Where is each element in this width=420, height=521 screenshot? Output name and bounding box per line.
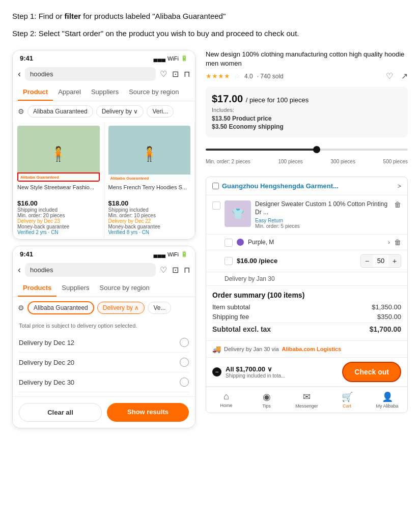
radio-2[interactable] [180,358,189,367]
camera-search-icon-2[interactable]: ⊡ [172,265,179,275]
alibaba-logistics-link[interactable]: Alibaba.com Logistics [282,346,342,352]
search-input-1[interactable]: hoodies [25,67,156,81]
search-icons-2: ♡ ⊡ ⊓ [160,265,190,275]
nav-cart[interactable]: 🛒 Cart [327,387,367,413]
delivery-note: Total price is subject to delivery optio… [19,323,189,329]
sold-count: · 740 sold [257,73,284,80]
heart-icon-1[interactable]: ♡ [160,69,167,79]
filter-alibaba-guaranteed-1[interactable]: Alibaba Guaranteed [27,105,93,118]
show-results-button[interactable]: Show results [107,403,189,422]
filters-1: ⚙ Alibaba Guaranteed Delivery by ∨ Veri.… [13,101,195,122]
product-shipping-1: Shipping included [17,207,100,213]
delivery-option-1[interactable]: Delivery by Dec 12 [19,333,189,353]
quantity-slider[interactable]: Min. order: 2 pieces 100 pieces 300 piec… [206,142,408,169]
order-summary-title: Order summary (100 items) [212,291,401,299]
tab-products-2[interactable]: Products [18,280,57,297]
product-detail-title: New design 100% clothing manufacturing c… [206,50,408,68]
quantity-row: $16.00 /piece − 50 + [206,250,407,272]
heart-icon-detail[interactable]: ♡ [386,71,393,81]
slider-thumb[interactable] [313,146,320,153]
tab-product[interactable]: Product [18,84,53,101]
left-column: 9:41 ▄▄▄ WiFi 🔋 ‹ hoodies ♡ ⊡ ⊓ Pro [12,50,195,428]
shipping-included-note: Shipping included in tota... [226,373,338,379]
filter-icon-2[interactable]: ⚙ [18,304,24,312]
product-card-2[interactable]: 🧍 Alibaba Guaranteed Mens French Terry H… [104,122,195,239]
filter-icon-1[interactable]: ⚙ [18,107,24,115]
heart-icon-2[interactable]: ♡ [160,265,167,275]
qty-checkbox[interactable] [225,257,233,265]
supplier-header[interactable]: Guangzhou Hengshengda Garment... > [206,177,407,195]
filter-alibaba-guaranteed-2[interactable]: Alibaba Guaranteed [27,301,94,314]
back-arrow-2[interactable]: ‹ [18,265,21,275]
share-icon-detail[interactable]: ↗ [401,71,408,81]
messenger-icon: ✉ [303,391,311,402]
product-moq-1: Min. order: 20 pieces [17,213,100,218]
qty-increase-button[interactable]: + [388,255,401,267]
product-moneyback-2: Money-back guarantee [108,224,191,229]
half-star-icon: ☆ [234,72,240,80]
tab-source-region-2[interactable]: Source by region [95,280,155,297]
delivery-option-2[interactable]: Delivery by Dec 20 [19,353,189,372]
delivery-notice-text: Delivery by Jan 30 via [224,346,279,352]
checkout-dropdown-icon[interactable]: ∨ [267,365,272,373]
all-label: All [226,365,234,373]
filter-verified-1[interactable]: Veri... [147,105,174,118]
product-image-1: 🧍 Alibaba Guaranteed [17,126,100,182]
radio-1[interactable] [180,338,189,347]
cart-icon-1[interactable]: ⊓ [184,69,190,79]
variant-arrow[interactable]: › [388,239,390,245]
nav-home[interactable]: ⌂ Home [206,387,246,413]
slider-labels: Min. order: 2 pieces 100 pieces 300 piec… [206,159,408,164]
tab-suppliers-1[interactable]: Suppliers [86,84,124,101]
camera-search-icon[interactable]: ⊡ [172,69,179,79]
checkout-button[interactable]: Check out [342,362,401,382]
price-main: $17.00 / piece for 100 pieces [212,93,402,105]
filter-delivery-by-1[interactable]: Delivery by ∨ [96,105,144,118]
delivery-by-row: Delivery by Jan 30 [206,272,407,286]
filters-2: ⚙ Alibaba Guaranteed Delivery by ∧ Ve... [13,297,195,319]
filter-verified-2[interactable]: Ve... [148,302,171,314]
cart-icon-2[interactable]: ⊓ [184,265,190,275]
supplier-arrow[interactable]: > [398,183,401,190]
tab-suppliers-2[interactable]: Suppliers [57,280,94,297]
item-checkbox[interactable] [212,201,220,210]
delivery-option-3[interactable]: Delivery by Dec 30 [19,372,189,392]
alibaba-badge-2: Alibaba Guaranteed [108,175,191,182]
delivery-notice-row: 🚚 Delivery by Jan 30 via Alibaba.com Log… [206,341,407,358]
tab-source-region-1[interactable]: Source by region [124,84,184,101]
home-icon: ⌂ [223,391,229,402]
supplier-checkbox[interactable] [212,183,219,189]
search-bar-2[interactable]: ‹ hoodies ♡ ⊡ ⊓ [13,260,195,280]
screenshots-row: 9:41 ▄▄▄ WiFi 🔋 ‹ hoodies ♡ ⊡ ⊓ Pro [12,50,408,428]
clear-all-button[interactable]: Clear all [19,403,102,422]
qty-decrease-button[interactable]: − [361,255,373,267]
tips-label: Tips [262,403,271,409]
nav-messenger[interactable]: ✉ Messenger [287,387,327,413]
product-card-1[interactable]: 🧍 Alibaba Guaranteed New Style Streetwea… [13,122,104,239]
shipping-price-row: $3.50 Economy shipping [212,123,402,130]
item-delete-icon[interactable]: 🗑 [394,200,401,209]
nav-my-alibaba[interactable]: 👤 My Alibaba [367,387,407,413]
variant-checkbox[interactable] [225,239,233,247]
checkout-amount: All $1,700.00 ∨ [226,365,338,373]
product-name-2: Mens French Terry Hoodies S... [108,184,191,198]
minus-circle-icon[interactable]: − [212,367,221,377]
variant-delete-icon[interactable]: 🗑 [394,238,401,246]
back-arrow-1[interactable]: ‹ [18,69,21,79]
order-item-row: 👕 Designer Sweater Custom 1 00% Cotton P… [206,195,407,234]
product-price-1: $16.00 [17,199,100,207]
product-figure-1: 🧍 [49,146,67,162]
radio-3[interactable] [180,378,189,387]
tab-apparel[interactable]: Apparel [53,84,86,101]
order-panel: Guangzhou Hengshengda Garment... > 👕 Des… [206,177,408,413]
filter-delivery-by-2[interactable]: Delivery by ∧ [97,302,145,314]
search-bar-1[interactable]: ‹ hoodies ♡ ⊡ ⊓ [13,64,195,84]
nav-tips[interactable]: ◉ Tips [246,387,287,413]
search-input-2[interactable]: hoodies [25,263,156,277]
home-label: Home [220,403,232,408]
slider-track[interactable] [206,149,408,151]
slider-fill [206,149,317,151]
variant-row[interactable]: Purple, M › 🗑 [206,235,407,250]
quantity-controls[interactable]: − 50 + [360,254,401,268]
subtotal-value: $1,700.00 [370,325,401,333]
